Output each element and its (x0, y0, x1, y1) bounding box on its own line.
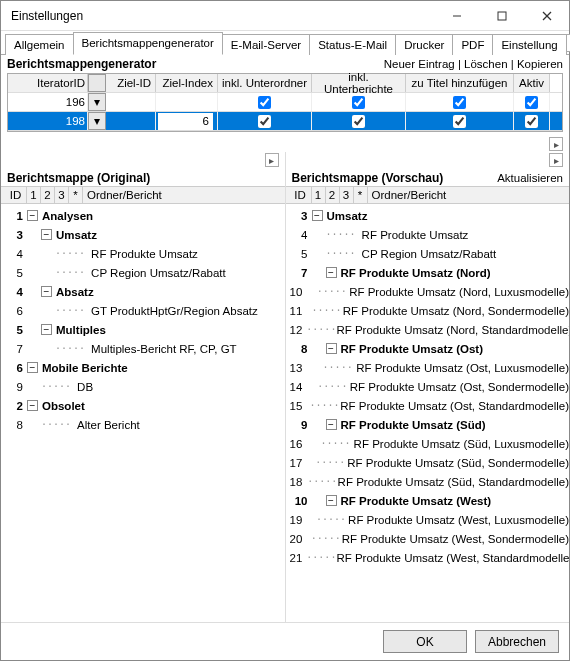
zielid-cell[interactable] (106, 112, 156, 130)
tree-row[interactable]: 19····· RF Produkte Umsatz (West, Luxusm… (286, 510, 570, 529)
tree-row[interactable]: 15····· RF Produkte Umsatz (Ost, Standar… (286, 396, 570, 415)
collapse-icon[interactable]: − (326, 495, 337, 506)
collapse-icon[interactable]: − (312, 210, 323, 221)
copy-link[interactable]: Kopieren (517, 58, 563, 70)
tab-allgemein[interactable]: Allgemein (5, 34, 74, 55)
tree-row[interactable]: 1− Analysen (1, 206, 285, 225)
tree-row[interactable]: 9− RF Produkte Umsatz (Süd) (286, 415, 570, 434)
tree-row[interactable]: 4− Absatz (1, 282, 285, 301)
delete-link[interactable]: Löschen (464, 58, 507, 70)
tree-row[interactable]: 10····· RF Produkte Umsatz (Nord, Luxusm… (286, 282, 570, 301)
close-button[interactable] (524, 1, 569, 30)
preview-tree[interactable]: 3− Umsatz4····· RF Produkte Umsatz5·····… (286, 204, 570, 622)
preview-col-1[interactable]: 1 (312, 187, 326, 203)
collapse-icon[interactable]: − (41, 324, 52, 335)
iterator-dropdown-icon[interactable]: ▾ (88, 112, 106, 130)
original-col-ob[interactable]: Ordner/Bericht (83, 187, 285, 203)
original-col-star[interactable]: * (69, 187, 83, 203)
collapse-icon[interactable]: − (326, 267, 337, 278)
tree-row[interactable]: 6− Mobile Berichte (1, 358, 285, 377)
unterordner-cell[interactable] (218, 112, 312, 130)
aktiv-cell[interactable] (514, 93, 550, 111)
preview-col-id[interactable]: ID (290, 187, 312, 203)
iterator-cell[interactable]: 198 (8, 112, 88, 130)
unterordner-checkbox[interactable] (258, 115, 271, 128)
unterberichte-checkbox[interactable] (352, 96, 365, 109)
zielindex-input[interactable] (158, 113, 213, 130)
unterordner-checkbox[interactable] (258, 96, 271, 109)
tree-row[interactable]: 14····· RF Produkte Umsatz (Ost, Sonderm… (286, 377, 570, 396)
preview-col-3[interactable]: 3 (340, 187, 354, 203)
tree-row[interactable]: 12····· RF Produkte Umsatz (Nord, Standa… (286, 320, 570, 339)
new-entry-link[interactable]: Neuer Eintrag (384, 58, 455, 70)
original-col-id[interactable]: ID (5, 187, 27, 203)
zielid-cell[interactable] (106, 93, 156, 111)
tree-row[interactable]: 13····· RF Produkte Umsatz (Ost, Luxusmo… (286, 358, 570, 377)
titel-checkbox[interactable] (453, 96, 466, 109)
preview-col-2[interactable]: 2 (326, 187, 340, 203)
col-zielindex[interactable]: Ziel-Index (156, 74, 218, 92)
unterordner-cell[interactable] (218, 93, 312, 111)
collapse-icon[interactable]: − (41, 286, 52, 297)
tree-row[interactable]: 4····· RF Produkte Umsatz (1, 244, 285, 263)
aktiv-checkbox[interactable] (525, 96, 538, 109)
col-zielid[interactable]: Ziel-ID (106, 74, 156, 92)
zielindex-cell[interactable] (156, 93, 218, 111)
unterberichte-checkbox[interactable] (352, 115, 365, 128)
grid-row[interactable]: 196▾ (8, 93, 562, 112)
iterator-dropdown-icon[interactable]: ▾ (88, 93, 106, 111)
tree-row[interactable]: 7····· Multiples-Bericht RF, CP, GT (1, 339, 285, 358)
collapse-icon[interactable]: − (27, 210, 38, 221)
tree-row[interactable]: 4····· RF Produkte Umsatz (286, 225, 570, 244)
preview-col-star[interactable]: * (354, 187, 368, 203)
tree-row[interactable]: 21····· RF Produkte Umsatz (West, Standa… (286, 548, 570, 567)
aktiv-cell[interactable] (514, 112, 550, 130)
tree-row[interactable]: 3− Umsatz (286, 206, 570, 225)
tree-row[interactable]: 6····· GT ProduktHptGr/Region Absatz (1, 301, 285, 320)
original-col-2[interactable]: 2 (41, 187, 55, 203)
tree-row[interactable]: 10− RF Produkte Umsatz (West) (286, 491, 570, 510)
cancel-button[interactable]: Abbrechen (475, 630, 559, 653)
tree-row[interactable]: 7− RF Produkte Umsatz (Nord) (286, 263, 570, 282)
collapse-icon[interactable]: − (326, 343, 337, 354)
col-iteratorid[interactable]: IteratorID (8, 74, 88, 92)
aktiv-checkbox[interactable] (525, 115, 538, 128)
tree-row[interactable]: 5− Multiples (1, 320, 285, 339)
tree-row[interactable]: 5····· CP Region Umsatz/Rabatt (1, 263, 285, 282)
collapse-icon[interactable]: − (27, 400, 38, 411)
tree-row[interactable]: 8····· Alter Bericht (1, 415, 285, 434)
titel-cell[interactable] (406, 93, 514, 111)
unterberichte-cell[interactable] (312, 112, 406, 130)
tab-e-mail-server[interactable]: E-Mail-Server (222, 34, 310, 55)
collapse-icon[interactable]: − (41, 229, 52, 240)
tab-status-e-mail[interactable]: Status-E-Mail (309, 34, 396, 55)
original-scroll-icon[interactable]: ▸ (265, 153, 279, 167)
preview-col-ob[interactable]: Ordner/Bericht (368, 187, 570, 203)
tree-row[interactable]: 2− Obsolet (1, 396, 285, 415)
iterator-cell[interactable]: 196 (8, 93, 88, 111)
grid-row[interactable]: 198▾ (8, 112, 562, 131)
unterberichte-cell[interactable] (312, 93, 406, 111)
tree-row[interactable]: 9····· DB (1, 377, 285, 396)
col-unterberichte[interactable]: inkl. Unterberichte (312, 74, 406, 92)
collapse-icon[interactable]: − (27, 362, 38, 373)
tree-row[interactable]: 18····· RF Produkte Umsatz (Süd, Standar… (286, 472, 570, 491)
original-col-3[interactable]: 3 (55, 187, 69, 203)
col-unterordner[interactable]: inkl. Unterordner (218, 74, 312, 92)
tree-row[interactable]: 20····· RF Produkte Umsatz (West, Sonder… (286, 529, 570, 548)
tree-row[interactable]: 3− Umsatz (1, 225, 285, 244)
col-titel[interactable]: zu Titel hinzufügen (406, 74, 514, 92)
tab-berichtsmappengenerator[interactable]: Berichtsmappengenerator (73, 32, 223, 55)
original-col-1[interactable]: 1 (27, 187, 41, 203)
tree-row[interactable]: 5····· CP Region Umsatz/Rabatt (286, 244, 570, 263)
preview-scroll-icon[interactable]: ▸ (549, 153, 563, 167)
tree-row[interactable]: 8− RF Produkte Umsatz (Ost) (286, 339, 570, 358)
tab-drucker[interactable]: Drucker (395, 34, 453, 55)
col-aktiv[interactable]: Aktiv (514, 74, 550, 92)
tree-row[interactable]: 11····· RF Produkte Umsatz (Nord, Sonder… (286, 301, 570, 320)
titel-checkbox[interactable] (453, 115, 466, 128)
ok-button[interactable]: OK (383, 630, 467, 653)
zielindex-cell[interactable] (156, 112, 218, 130)
grid-scroll-right-icon[interactable]: ▸ (549, 137, 563, 151)
tree-row[interactable]: 17····· RF Produkte Umsatz (Süd, Sonderm… (286, 453, 570, 472)
